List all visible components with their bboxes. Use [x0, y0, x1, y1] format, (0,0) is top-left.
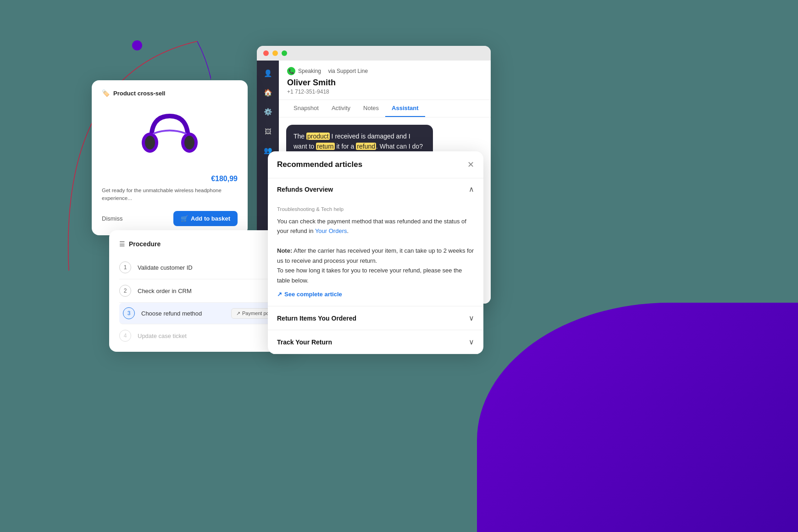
step-number-2: 2 [119, 285, 131, 297]
articles-panel-title: Recommended articles [277, 160, 362, 169]
tab-snapshot[interactable]: Snapshot [287, 100, 325, 117]
crm-contact-header: 📞 Speaking via Support Line Oliver Smith… [279, 61, 491, 100]
svg-point-1 [145, 136, 155, 150]
chevron-up-icon: ∧ [469, 185, 474, 194]
via-label [324, 68, 325, 74]
product-price: €180,99 [102, 175, 238, 183]
see-complete-article-button[interactable]: ↗ See complete article [277, 291, 474, 298]
product-actions: Dismiss 🛒 Add to basket [102, 211, 238, 226]
sidebar-icon-image[interactable]: 🖼 [262, 126, 273, 137]
highlight-return: return [316, 143, 335, 150]
external-icon: ↗ [277, 291, 282, 298]
product-card-header: 🏷️ Product cross-sell [102, 89, 238, 97]
highlight-refund: refund [356, 143, 376, 150]
procedure-step-2: 2 Check order in CRM [119, 279, 285, 303]
note-label: Note: [277, 247, 292, 254]
article-category: Troubleshooting & Tech help [277, 206, 474, 212]
step-number-1: 1 [119, 261, 131, 273]
via-support-label: via Support Line [328, 68, 368, 74]
tab-activity[interactable]: Activity [325, 100, 357, 117]
product-card-title: Product cross-sell [113, 90, 165, 97]
tab-assistant[interactable]: Assistant [385, 100, 425, 117]
step-label-2: Check order in CRM [138, 288, 192, 294]
product-description: Get ready for the unmatchable wireless h… [102, 187, 238, 203]
chevron-down-icon-track: ∨ [469, 338, 474, 346]
add-to-basket-button[interactable]: 🛒 Add to basket [173, 211, 238, 226]
speaking-badge: 📞 Speaking via Support Line [287, 67, 482, 75]
sidebar-icon-layout[interactable]: ⚙️ [262, 106, 273, 117]
procedure-icon: ☰ [119, 240, 125, 248]
headphone-image [140, 107, 200, 166]
basket-icon: 🛒 [181, 215, 188, 222]
procedure-step-4: 4 Update case ticket [119, 324, 285, 347]
step-number-3: 3 [123, 307, 135, 319]
speaking-label: Speaking [298, 68, 321, 74]
contact-phone: +1 712-351-9418 [287, 89, 482, 95]
track-return-title: Track Your Return [277, 338, 332, 346]
procedure-card: ☰ Procedure 1 Validate customer ID 2 Che… [109, 230, 295, 352]
phone-icon: 📞 [287, 67, 295, 75]
arc-dot [132, 40, 142, 50]
traffic-light-yellow[interactable] [272, 50, 278, 56]
step-label-4: Update case ticket [138, 332, 187, 339]
step-label-1: Validate customer ID [138, 264, 193, 271]
your-orders-link[interactable]: Your Orders [315, 227, 347, 234]
svg-point-3 [184, 136, 194, 150]
sidebar-icon-home[interactable]: 🏠 [262, 87, 273, 98]
product-card: 🏷️ Product cross-sell €180,99 Get ready … [92, 80, 248, 235]
sidebar-icon-person[interactable]: 👤 [262, 68, 273, 79]
procedure-step-1: 1 Validate customer ID [119, 256, 285, 279]
procedure-step-3[interactable]: 3 Choose refund method ↗ Payment portal [119, 303, 285, 324]
articles-panel: Recommended articles ✕ Refunds Overview … [268, 151, 483, 354]
product-image-area [102, 102, 238, 171]
article-section-refunds: Refunds Overview ∧ Troubleshooting & Tec… [268, 178, 483, 306]
dismiss-button[interactable]: Dismiss [102, 215, 123, 222]
close-articles-button[interactable]: ✕ [467, 160, 474, 170]
refunds-overview-content: Troubleshooting & Tech help You can chec… [268, 200, 483, 306]
return-items-title: Return Items You Ordered [277, 315, 356, 322]
step-label-3: Choose refund method [141, 310, 202, 317]
contact-name: Oliver Smith [287, 78, 482, 88]
step-number-4: 4 [119, 330, 131, 342]
refunds-overview-header[interactable]: Refunds Overview ∧ [268, 178, 483, 200]
traffic-light-green[interactable] [282, 50, 287, 56]
article-section-track-return[interactable]: Track Your Return ∨ [268, 330, 483, 354]
highlight-product: product [306, 133, 330, 140]
article-body: You can check the payment method that wa… [277, 216, 474, 285]
refunds-overview-title: Refunds Overview [277, 186, 333, 193]
procedure-title: Procedure [129, 240, 161, 248]
product-card-icon: 🏷️ [102, 89, 110, 97]
crm-titlebar [257, 46, 491, 61]
tab-notes[interactable]: Notes [357, 100, 385, 117]
chevron-down-icon-return: ∨ [469, 314, 474, 322]
traffic-light-red[interactable] [263, 50, 269, 56]
procedure-header: ☰ Procedure [119, 240, 285, 248]
crm-tabs: Snapshot Activity Notes Assistant [279, 100, 491, 117]
external-link-icon: ↗ [236, 310, 240, 316]
articles-header: Recommended articles ✕ [268, 151, 483, 178]
article-section-return-items[interactable]: Return Items You Ordered ∨ [268, 306, 483, 330]
